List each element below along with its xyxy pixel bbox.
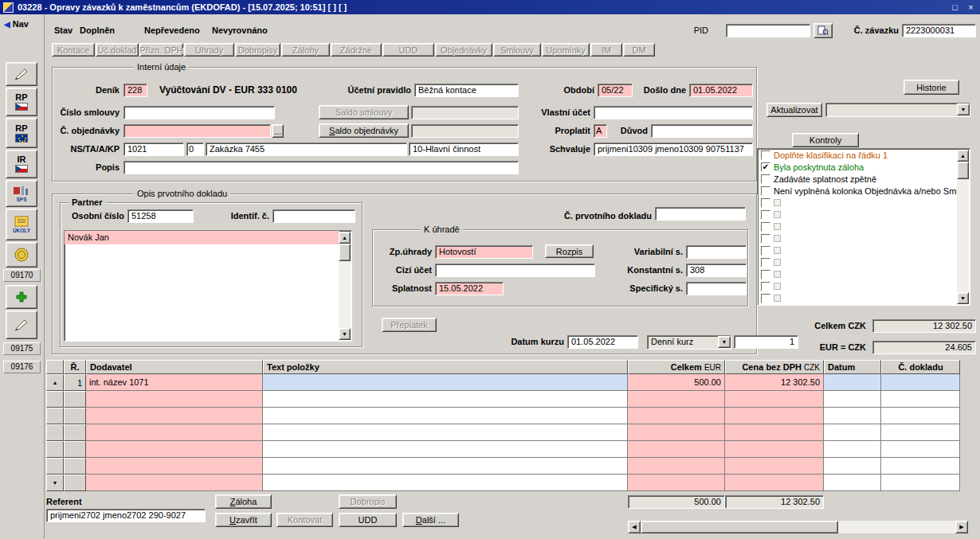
table-cell-doklad[interactable] [881,441,960,458]
table-cell-dodavatel[interactable] [86,391,263,408]
partner-list[interactable]: Novák Jan ▲ ▼ [64,230,352,342]
table-cell-doklad[interactable] [881,408,960,424]
table-cell-rownum[interactable] [64,391,86,408]
tab-uc-doklad[interactable]: Úč.doklad [96,43,139,57]
table-cell-rownum[interactable]: 1 [64,374,86,391]
variabilni-field[interactable] [686,245,747,259]
table-cell-datum[interactable] [824,458,881,475]
tab-prizn-dph[interactable]: Přizn. DPH [139,43,183,57]
table-row-gutter[interactable] [46,424,64,441]
denik-field[interactable]: 228 [123,84,147,97]
table-cell-datum[interactable] [824,374,881,391]
table-cell-text[interactable] [263,408,628,424]
table-cell-celkem[interactable] [628,408,725,424]
close-button[interactable]: × [965,1,977,14]
table-cell-celkem[interactable] [628,458,725,475]
table-cell-datum[interactable] [824,475,881,491]
table-cell-celkem[interactable]: 500.00 [628,374,725,391]
dobropis-button[interactable]: Dobropis [339,494,397,509]
sign-button[interactable] [6,62,37,86]
rozpis-button[interactable]: Rozpis [545,244,594,258]
obdobi-field[interactable]: 05/22 [598,84,633,97]
table-cell-celkem[interactable] [628,424,725,441]
aktualizovat-button[interactable]: Aktualizovat [766,103,822,117]
nav-button[interactable]: ◀ Nav [4,19,29,29]
table-cell-rownum[interactable] [64,458,86,475]
scrollbar-track[interactable] [957,179,969,292]
aktualizovat-dropdown-button[interactable]: ▼ [957,104,970,115]
table-cell-dodavatel[interactable] [86,441,263,458]
scroll-up-button[interactable]: ▲ [957,150,969,162]
edit-button[interactable] [6,311,37,339]
objednavky-more-button[interactable]: ... [272,124,284,138]
konstantni-field[interactable]: 308 [686,264,747,277]
schvaluje-field[interactable]: prijmeni10309 jmeno10309 90751137 [594,143,753,156]
partner-name-row[interactable]: Novák Jan [65,231,339,244]
uzavrit-button[interactable]: Uzavřít [215,513,272,527]
scrollbar-thumb[interactable] [339,244,351,261]
last-record-button[interactable]: ▼ [46,475,64,491]
sidebar-code-09176[interactable]: 09176 [3,361,41,373]
table-cell-datum[interactable] [824,441,881,458]
kontroly-checkbox[interactable] [761,258,770,268]
table-cell-doklad[interactable] [881,374,960,391]
table-cell-rownum[interactable] [64,424,86,441]
scrollbar-thumb[interactable] [641,521,838,533]
partner-scrollbar[interactable]: ▲ ▼ [339,232,351,340]
tab-zalohy[interactable]: Zálohy [281,43,330,57]
tab-dobropisy[interactable]: Dobropisy [235,43,280,57]
kontovat-button[interactable]: Kontovat [276,513,333,527]
kontroly-checkbox[interactable] [761,198,770,208]
table-row-gutter[interactable] [46,391,64,408]
kontroly-checkbox[interactable] [761,246,770,256]
table-cell-text[interactable] [263,441,628,458]
table-cell-doklad[interactable] [881,475,960,491]
preplatek-button[interactable]: Přeplatek [382,318,437,332]
table-cell-dodavatel[interactable] [86,458,263,475]
historie-button[interactable]: Historie [904,80,959,95]
sidebar-code-09175[interactable]: 09175 [3,342,41,355]
objednavky-field[interactable] [123,124,271,138]
scroll-up-button[interactable]: ▲ [339,232,351,244]
kontroly-checkbox[interactable] [761,270,770,279]
scrollbar-thumb[interactable] [957,162,969,179]
tab-udd[interactable]: UDD [382,43,434,57]
table-horizontal-scrollbar[interactable]: ◀ ▶ [628,521,968,533]
kontroly-button[interactable]: Kontroly [792,133,859,147]
proplatit-field[interactable]: A [594,124,607,138]
aktualizovat-combo[interactable] [825,103,970,117]
datum-kurzu-field[interactable]: 01.05.2022 [567,335,638,349]
ucetni-pravidlo-field[interactable]: Běžná kontace [414,84,519,97]
table-cell-text[interactable] [263,424,628,441]
tab-dm[interactable]: DM [623,43,655,57]
table-cell-rownum[interactable] [64,475,86,491]
zavazku-field[interactable]: 2223000031 [902,24,976,37]
splatnost-field[interactable]: 15.05.2022 [435,282,504,295]
ns-field[interactable]: 1021 [123,143,184,156]
table-cell-cena[interactable] [725,475,824,491]
kontroly-checkbox[interactable] [761,210,770,220]
table-cell-rownum[interactable] [64,441,86,458]
scrollbar-track[interactable] [339,261,351,328]
kontroly-checkbox[interactable] [761,234,770,244]
table-cell-text[interactable] [263,458,628,475]
pid-field[interactable] [726,24,810,37]
specificky-field[interactable] [686,282,747,295]
table-cell-datum[interactable] [824,424,881,441]
cizi-ucet-field[interactable] [435,264,595,277]
tab-kontace[interactable]: Kontace [52,43,95,57]
table-cell-cena[interactable] [725,408,824,424]
maximize-button[interactable]: □ [949,1,961,14]
table-cell-text[interactable] [263,374,628,391]
table-cell-cena[interactable]: 12 302.50 [725,374,824,391]
table-cell-celkem[interactable] [628,475,725,491]
tab-zadrzne[interactable]: Zádržné [331,43,382,57]
scroll-down-button[interactable]: ▼ [957,292,969,304]
referent-field[interactable]: prijmeni2702 jmeno2702 290-9027 [46,509,206,522]
table-row-gutter[interactable] [46,441,64,458]
table-row-gutter[interactable] [46,458,64,475]
table-cell-cena[interactable] [725,441,824,458]
table-cell-cena[interactable] [725,424,824,441]
table-cell-celkem[interactable] [628,441,725,458]
identif-field[interactable] [272,209,355,223]
